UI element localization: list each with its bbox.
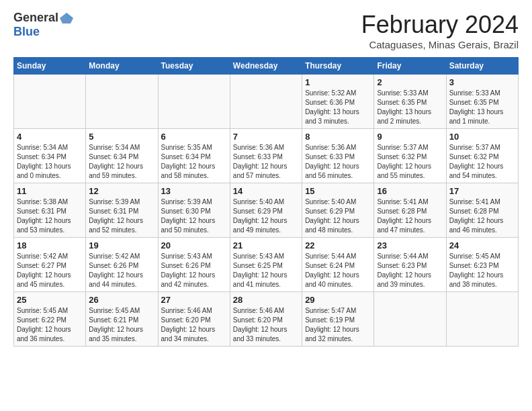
day-number: 17 — [449, 186, 515, 196]
day-info: Sunrise: 5:34 AM Sunset: 6:34 PM Dayligh… — [17, 143, 83, 181]
calendar-cell: 27Sunrise: 5:46 AM Sunset: 6:20 PM Dayli… — [158, 292, 230, 347]
calendar-cell: 25Sunrise: 5:45 AM Sunset: 6:22 PM Dayli… — [14, 292, 86, 347]
day-info: Sunrise: 5:38 AM Sunset: 6:31 PM Dayligh… — [17, 197, 83, 235]
subtitle: Cataguases, Minas Gerais, Brazil — [361, 39, 519, 50]
calendar-cell — [14, 75, 86, 129]
day-info: Sunrise: 5:44 AM Sunset: 6:24 PM Dayligh… — [305, 252, 371, 289]
day-number: 20 — [161, 240, 227, 250]
day-info: Sunrise: 5:33 AM Sunset: 6:35 PM Dayligh… — [377, 89, 443, 126]
day-info: Sunrise: 5:42 AM Sunset: 6:27 PM Dayligh… — [17, 252, 83, 289]
logo-blue-text: Blue — [13, 25, 40, 38]
day-number: 4 — [17, 132, 83, 142]
title-block: February 2024 Cataguases, Minas Gerais, … — [361, 11, 519, 50]
day-info: Sunrise: 5:45 AM Sunset: 6:23 PM Dayligh… — [449, 252, 515, 289]
day-info: Sunrise: 5:37 AM Sunset: 6:32 PM Dayligh… — [377, 143, 443, 181]
calendar-cell: 13Sunrise: 5:39 AM Sunset: 6:30 PM Dayli… — [158, 183, 230, 238]
day-number: 28 — [233, 295, 299, 305]
calendar-cell: 15Sunrise: 5:40 AM Sunset: 6:29 PM Dayli… — [302, 183, 374, 238]
day-number: 14 — [233, 186, 299, 196]
weekday-header-saturday: Saturday — [446, 58, 518, 75]
calendar-cell: 6Sunrise: 5:35 AM Sunset: 6:34 PM Daylig… — [158, 129, 230, 183]
calendar-cell — [446, 292, 518, 347]
calendar-cell: 10Sunrise: 5:37 AM Sunset: 6:32 PM Dayli… — [446, 129, 518, 183]
page: General Blue February 2024 Cataguases, M… — [0, 0, 532, 353]
day-info: Sunrise: 5:40 AM Sunset: 6:29 PM Dayligh… — [305, 197, 371, 235]
week-row-1: 1Sunrise: 5:32 AM Sunset: 6:36 PM Daylig… — [14, 75, 519, 129]
calendar-cell: 7Sunrise: 5:36 AM Sunset: 6:33 PM Daylig… — [230, 129, 302, 183]
svg-marker-1 — [66, 13, 73, 18]
day-number: 13 — [161, 186, 227, 196]
weekday-header-monday: Monday — [86, 58, 158, 75]
calendar-cell: 2Sunrise: 5:33 AM Sunset: 6:35 PM Daylig… — [374, 75, 446, 129]
calendar-cell: 14Sunrise: 5:40 AM Sunset: 6:29 PM Dayli… — [230, 183, 302, 238]
day-number: 24 — [449, 240, 515, 250]
calendar-cell — [158, 75, 230, 129]
day-number: 27 — [161, 295, 227, 305]
day-number: 21 — [233, 240, 299, 250]
week-row-2: 4Sunrise: 5:34 AM Sunset: 6:34 PM Daylig… — [14, 129, 519, 183]
day-info: Sunrise: 5:39 AM Sunset: 6:30 PM Dayligh… — [161, 197, 227, 235]
day-info: Sunrise: 5:43 AM Sunset: 6:25 PM Dayligh… — [233, 252, 299, 289]
day-info: Sunrise: 5:47 AM Sunset: 6:19 PM Dayligh… — [305, 306, 371, 344]
calendar-cell: 26Sunrise: 5:45 AM Sunset: 6:21 PM Dayli… — [86, 292, 158, 347]
weekday-header-sunday: Sunday — [14, 58, 86, 75]
day-number: 8 — [305, 132, 371, 142]
day-number: 23 — [377, 240, 443, 250]
calendar-cell: 11Sunrise: 5:38 AM Sunset: 6:31 PM Dayli… — [14, 183, 86, 238]
day-number: 29 — [305, 295, 371, 305]
day-number: 12 — [89, 186, 154, 196]
day-info: Sunrise: 5:46 AM Sunset: 6:20 PM Dayligh… — [233, 306, 299, 344]
calendar-cell: 23Sunrise: 5:44 AM Sunset: 6:23 PM Dayli… — [374, 238, 446, 292]
day-info: Sunrise: 5:46 AM Sunset: 6:20 PM Dayligh… — [161, 306, 227, 344]
day-info: Sunrise: 5:34 AM Sunset: 6:34 PM Dayligh… — [89, 143, 154, 181]
calendar-cell: 5Sunrise: 5:34 AM Sunset: 6:34 PM Daylig… — [86, 129, 158, 183]
calendar-cell: 22Sunrise: 5:44 AM Sunset: 6:24 PM Dayli… — [302, 238, 374, 292]
day-info: Sunrise: 5:45 AM Sunset: 6:21 PM Dayligh… — [89, 306, 154, 344]
day-number: 1 — [305, 77, 371, 87]
calendar-cell: 28Sunrise: 5:46 AM Sunset: 6:20 PM Dayli… — [230, 292, 302, 347]
weekday-header-friday: Friday — [374, 58, 446, 75]
weekday-header-wednesday: Wednesday — [230, 58, 302, 75]
day-number: 16 — [377, 186, 443, 196]
day-info: Sunrise: 5:41 AM Sunset: 6:28 PM Dayligh… — [377, 197, 443, 235]
main-title: February 2024 — [361, 11, 519, 39]
day-info: Sunrise: 5:45 AM Sunset: 6:22 PM Dayligh… — [17, 306, 83, 344]
week-row-5: 25Sunrise: 5:45 AM Sunset: 6:22 PM Dayli… — [14, 292, 519, 347]
day-info: Sunrise: 5:36 AM Sunset: 6:33 PM Dayligh… — [233, 143, 299, 181]
day-number: 5 — [89, 132, 154, 142]
day-number: 15 — [305, 186, 371, 196]
calendar-cell: 8Sunrise: 5:36 AM Sunset: 6:33 PM Daylig… — [302, 129, 374, 183]
day-info: Sunrise: 5:33 AM Sunset: 6:35 PM Dayligh… — [449, 89, 515, 126]
calendar-cell: 17Sunrise: 5:41 AM Sunset: 6:28 PM Dayli… — [446, 183, 518, 238]
weekday-header-tuesday: Tuesday — [158, 58, 230, 75]
calendar-cell: 18Sunrise: 5:42 AM Sunset: 6:27 PM Dayli… — [14, 238, 86, 292]
day-info: Sunrise: 5:35 AM Sunset: 6:34 PM Dayligh… — [161, 143, 227, 181]
day-number: 11 — [17, 186, 83, 196]
week-row-4: 18Sunrise: 5:42 AM Sunset: 6:27 PM Dayli… — [14, 238, 519, 292]
day-number: 3 — [449, 77, 515, 87]
calendar-cell: 24Sunrise: 5:45 AM Sunset: 6:23 PM Dayli… — [446, 238, 518, 292]
calendar-cell: 21Sunrise: 5:43 AM Sunset: 6:25 PM Dayli… — [230, 238, 302, 292]
calendar-cell — [86, 75, 158, 129]
day-number: 25 — [17, 295, 83, 305]
calendar-table: SundayMondayTuesdayWednesdayThursdayFrid… — [13, 57, 519, 347]
day-info: Sunrise: 5:32 AM Sunset: 6:36 PM Dayligh… — [305, 89, 371, 126]
day-info: Sunrise: 5:40 AM Sunset: 6:29 PM Dayligh… — [233, 197, 299, 235]
day-number: 10 — [449, 132, 515, 142]
calendar-cell: 12Sunrise: 5:39 AM Sunset: 6:31 PM Dayli… — [86, 183, 158, 238]
day-number: 7 — [233, 132, 299, 142]
calendar-cell: 3Sunrise: 5:33 AM Sunset: 6:35 PM Daylig… — [446, 75, 518, 129]
calendar-cell: 4Sunrise: 5:34 AM Sunset: 6:34 PM Daylig… — [14, 129, 86, 183]
day-number: 6 — [161, 132, 227, 142]
day-number: 9 — [377, 132, 443, 142]
calendar-cell: 20Sunrise: 5:43 AM Sunset: 6:26 PM Dayli… — [158, 238, 230, 292]
day-info: Sunrise: 5:43 AM Sunset: 6:26 PM Dayligh… — [161, 252, 227, 289]
day-number: 26 — [89, 295, 154, 305]
logo-icon — [58, 11, 75, 25]
day-info: Sunrise: 5:39 AM Sunset: 6:31 PM Dayligh… — [89, 197, 154, 235]
calendar-cell — [374, 292, 446, 347]
day-info: Sunrise: 5:44 AM Sunset: 6:23 PM Dayligh… — [377, 252, 443, 289]
day-info: Sunrise: 5:42 AM Sunset: 6:26 PM Dayligh… — [89, 252, 154, 289]
calendar-cell: 29Sunrise: 5:47 AM Sunset: 6:19 PM Dayli… — [302, 292, 374, 347]
day-info: Sunrise: 5:37 AM Sunset: 6:32 PM Dayligh… — [449, 143, 515, 181]
